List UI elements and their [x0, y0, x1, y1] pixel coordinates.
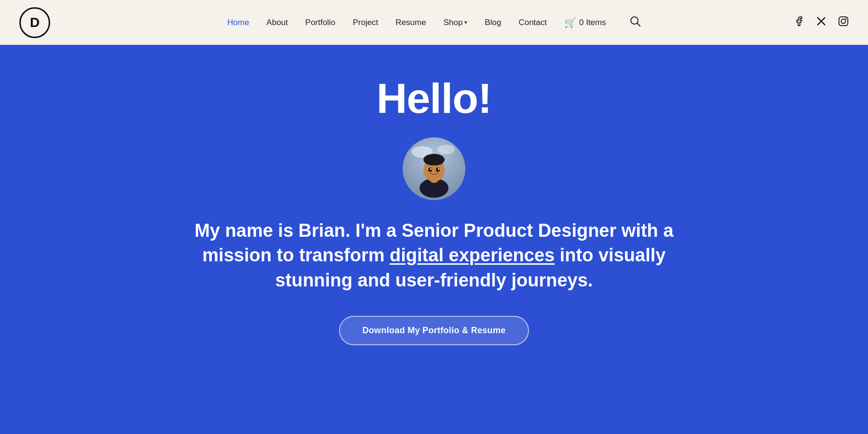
- svg-point-16: [430, 168, 432, 170]
- cart-icon: 🛒: [564, 17, 576, 28]
- svg-point-3: [841, 19, 845, 23]
- nav-about[interactable]: About: [267, 18, 288, 27]
- hero-greeting: Hello!: [377, 74, 491, 123]
- instagram-icon[interactable]: [838, 16, 849, 29]
- logo-icon[interactable]: D: [19, 7, 50, 38]
- search-icon[interactable]: [630, 16, 641, 29]
- nav-project[interactable]: Project: [353, 18, 378, 27]
- avatar: [403, 137, 465, 200]
- cta-download-button[interactable]: Download My Portfolio & Resume: [339, 316, 529, 345]
- nav-portfolio[interactable]: Portfolio: [305, 18, 335, 27]
- hero-section: Hello!: [0, 45, 868, 434]
- nav-resume[interactable]: Resume: [395, 18, 426, 27]
- nav-home[interactable]: Home: [227, 18, 249, 27]
- svg-line-1: [637, 24, 640, 27]
- nav-shop[interactable]: Shop ▾: [444, 18, 468, 27]
- header: D Home About Portfolio Project Resume Sh…: [0, 0, 868, 45]
- svg-point-13: [424, 158, 444, 165]
- nav-contact[interactable]: Contact: [518, 18, 547, 27]
- svg-point-4: [845, 18, 847, 20]
- social-icons: [794, 16, 849, 29]
- logo-area[interactable]: D: [19, 7, 50, 38]
- svg-point-8: [437, 145, 455, 154]
- chevron-down-icon: ▾: [464, 19, 467, 26]
- hero-description: My name is Brian. I'm a Senior Product D…: [169, 218, 699, 293]
- main-nav: Home About Portfolio Project Resume Shop…: [227, 16, 640, 29]
- nav-blog[interactable]: Blog: [485, 18, 501, 27]
- cart-area[interactable]: 🛒 0 Items: [564, 17, 606, 28]
- svg-point-15: [436, 168, 440, 172]
- highlight-text: digital experiences: [390, 245, 555, 265]
- svg-point-17: [438, 168, 439, 170]
- svg-point-0: [631, 17, 638, 24]
- twitter-x-icon[interactable]: [816, 16, 827, 29]
- cart-count: 0 Items: [579, 18, 606, 27]
- svg-point-14: [428, 168, 432, 172]
- facebook-icon[interactable]: [794, 16, 804, 29]
- svg-rect-2: [839, 17, 848, 26]
